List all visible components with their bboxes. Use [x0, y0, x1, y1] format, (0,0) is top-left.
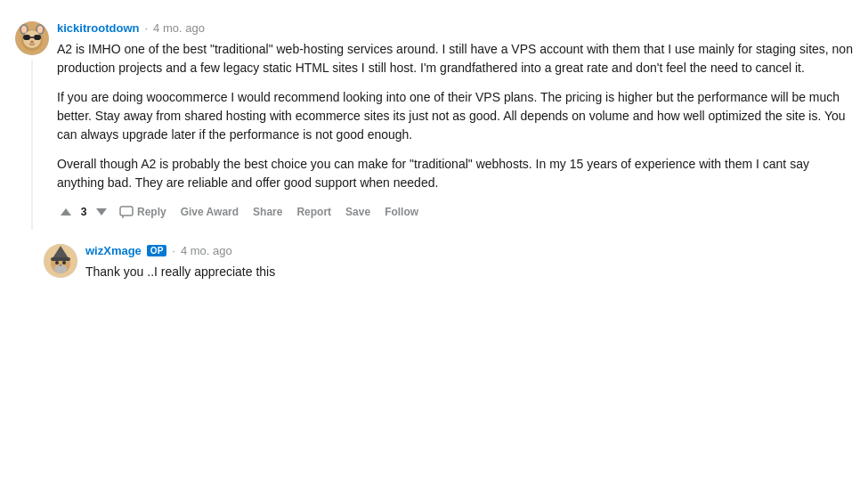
comment-body-1: A2 is IMHO one of the best "traditional"… [57, 40, 854, 192]
svg-rect-15 [51, 257, 70, 261]
comment-2: wizXmage OP · 4 mo. ago Thank you ..I re… [0, 237, 868, 305]
svg-rect-11 [120, 207, 133, 216]
svg-point-5 [37, 26, 43, 33]
avatar-kickitrootdown [15, 21, 49, 55]
comment-actions-1: 3 Reply Give Award Share [57, 201, 854, 223]
upvote-button-1[interactable] [57, 205, 75, 219]
comment-left-2 [43, 244, 78, 297]
thread-line-1 [31, 61, 33, 230]
reply-icon-1 [119, 205, 134, 219]
avatar-wizxmage [44, 244, 77, 278]
body-para-1-0: A2 is IMHO one of the best "traditional"… [57, 40, 854, 77]
svg-point-10 [30, 41, 34, 44]
follow-label-1: Follow [385, 206, 418, 218]
svg-point-16 [55, 261, 59, 264]
upvote-icon-1 [61, 208, 71, 216]
vote-section-1: 3 [57, 205, 110, 219]
timestamp-1: 4 mo. ago [153, 21, 205, 35]
comment-left-1 [14, 21, 50, 230]
username-1[interactable]: kickitrootdown [57, 21, 139, 35]
report-button-1[interactable]: Report [291, 202, 337, 222]
comment-right-2: wizXmage OP · 4 mo. ago Thank you ..I re… [85, 244, 854, 297]
timestamp-2: 4 mo. ago [181, 244, 232, 257]
save-button-1[interactable]: Save [340, 202, 376, 222]
svg-point-19 [60, 264, 62, 266]
page: kickitrootdown · 4 mo. ago A2 is IMHO on… [0, 0, 868, 488]
downvote-icon-1 [96, 208, 107, 216]
vote-count-1: 3 [78, 206, 89, 218]
svg-point-4 [21, 26, 27, 33]
body-para-1-2: Overall though A2 is probably the best c… [57, 155, 854, 192]
reply-button-1[interactable]: Reply [114, 201, 172, 223]
svg-point-17 [62, 261, 66, 264]
comment-1: kickitrootdown · 4 mo. ago A2 is IMHO on… [0, 14, 868, 237]
comment-header-1: kickitrootdown · 4 mo. ago [57, 21, 854, 35]
comment-header-2: wizXmage OP · 4 mo. ago [85, 244, 854, 257]
op-badge-2: OP [147, 245, 166, 256]
share-button-1[interactable]: Share [247, 202, 288, 222]
dot-1: · [144, 21, 148, 35]
share-label-1: Share [253, 206, 282, 218]
svg-rect-7 [23, 35, 30, 40]
downvote-button-1[interactable] [93, 205, 110, 219]
username-2[interactable]: wizXmage [85, 244, 142, 257]
body-para-1-1: If you are doing woocommerce I would rec… [57, 88, 854, 144]
dot-2: · [172, 244, 175, 257]
follow-button-1[interactable]: Follow [379, 202, 424, 222]
save-label-1: Save [345, 206, 370, 218]
body-para-2-0: Thank you ..I really appreciate this [85, 263, 854, 281]
report-label-1: Report [296, 206, 331, 218]
reply-label-1: Reply [137, 206, 166, 218]
svg-rect-8 [34, 35, 41, 40]
comment-right-1: kickitrootdown · 4 mo. ago A2 is IMHO on… [57, 21, 854, 230]
give-award-label-1: Give Award [181, 206, 239, 218]
give-award-button-1[interactable]: Give Award [175, 202, 244, 222]
comment-body-2: Thank you ..I really appreciate this [85, 263, 854, 281]
